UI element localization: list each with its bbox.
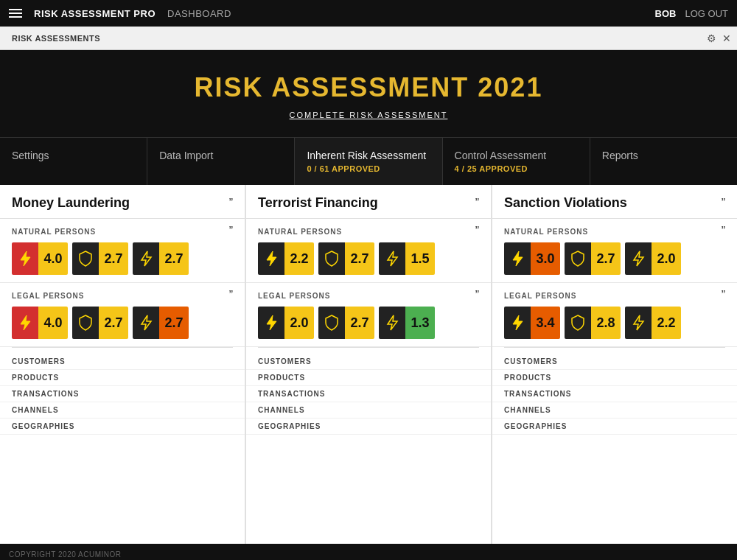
tile-value-1-0-1: 2.7 xyxy=(345,242,374,275)
score-tile-2-0-2[interactable]: 2.0 xyxy=(625,242,681,275)
score-tile-1-0-2[interactable]: 1.5 xyxy=(379,242,435,275)
tile-icon-shield-1-0-1 xyxy=(318,242,345,275)
tile-icon-shield-0-0-1 xyxy=(72,242,99,275)
tile-icon-shield-0-1-1 xyxy=(72,307,99,339)
tile-value-1-0-2: 1.5 xyxy=(405,242,435,275)
tab-inherent-risk[interactable]: Inherent Risk Assessment 0 / 61 APPROVED xyxy=(295,138,442,185)
risk-assessments-tab[interactable]: RISK ASSESSMENTS xyxy=(6,34,106,43)
tile-value-0-0-2: 2.7 xyxy=(159,242,189,275)
list-items-1: CUSTOMERSPRODUCTSTRANSACTIONSCHANNELSGEO… xyxy=(246,351,491,438)
list-item-0-2[interactable]: TRANSACTIONS xyxy=(0,386,245,402)
tab-control-assessment[interactable]: Control Assessment 4 / 25 APPROVED xyxy=(443,138,590,185)
svg-marker-3 xyxy=(142,315,151,330)
tile-icon-lightning-1-1-0 xyxy=(258,307,284,339)
risk-card-1: Terrorist Financing”NATURAL PERSONS” 2.2… xyxy=(246,185,492,544)
list-item-1-0[interactable]: CUSTOMERS xyxy=(246,354,491,370)
score-tile-2-1-1[interactable]: 2.8 xyxy=(565,307,621,339)
list-item-0-4[interactable]: GEOGRAPHIES xyxy=(0,419,245,435)
tile-icon-lightning-2-0-0 xyxy=(504,242,531,275)
list-item-0-1[interactable]: PRODUCTS xyxy=(0,370,245,386)
category-row-0-1: LEGAL PERSONS” 4.0 2.7 2.7 xyxy=(0,283,245,347)
tile-icon-lightning-outline-1-0-2 xyxy=(379,242,405,275)
score-tile-0-1-2[interactable]: 2.7 xyxy=(133,307,189,339)
score-tiles-0-1: 4.0 2.7 2.7 xyxy=(12,307,233,339)
close-icon[interactable]: ✕ xyxy=(722,32,731,44)
tile-icon-lightning-outline-2-1-2 xyxy=(625,307,652,339)
list-item-0-0[interactable]: CUSTOMERS xyxy=(0,354,245,370)
list-item-2-4[interactable]: GEOGRAPHIES xyxy=(492,419,737,435)
score-tiles-2-0: 3.0 2.7 2.0 xyxy=(504,242,725,275)
hero-title: RISK ASSESSMENT 2021 xyxy=(0,72,737,103)
list-item-2-0[interactable]: CUSTOMERS xyxy=(492,354,737,370)
score-tile-1-1-1[interactable]: 2.7 xyxy=(318,307,374,339)
tile-value-0-0-1: 2.7 xyxy=(99,242,128,275)
category-quote-1-0: ” xyxy=(475,225,479,238)
score-tiles-1-0: 2.2 2.7 1.5 xyxy=(258,242,479,275)
tile-icon-lightning-outline-0-0-2 xyxy=(133,242,159,275)
category-row-2-0: NATURAL PERSONS” 3.0 2.7 2.0 xyxy=(492,219,737,283)
score-tile-2-0-1[interactable]: 2.7 xyxy=(565,242,621,275)
category-row-0-0: NATURAL PERSONS” 4.0 2.7 2.7 xyxy=(0,219,245,283)
tile-value-2-0-2: 2.0 xyxy=(652,242,681,275)
user-name: BOB xyxy=(655,8,677,19)
logout-button[interactable]: LOG OUT xyxy=(685,8,728,19)
category-quote-0-0: ” xyxy=(229,225,233,238)
tile-value-0-0-0: 4.0 xyxy=(38,242,68,275)
list-items-0: CUSTOMERSPRODUCTSTRANSACTIONSCHANNELSGEO… xyxy=(0,351,245,438)
divider-0 xyxy=(12,347,233,348)
score-tile-0-1-0[interactable]: 4.0 xyxy=(12,307,68,339)
score-tile-1-0-0[interactable]: 2.2 xyxy=(258,242,314,275)
category-label-0-0: NATURAL PERSONS” xyxy=(12,225,233,238)
list-item-2-3[interactable]: CHANNELS xyxy=(492,402,737,419)
list-item-1-3[interactable]: CHANNELS xyxy=(246,402,491,419)
list-item-1-4[interactable]: GEOGRAPHIES xyxy=(246,419,491,435)
score-tile-1-1-2[interactable]: 1.3 xyxy=(379,307,435,339)
copyright-text: COPYRIGHT 2020 ACUMINOR xyxy=(9,550,121,559)
tab-settings[interactable]: Settings xyxy=(0,138,147,185)
dashboard-link[interactable]: DASHBOARD xyxy=(167,8,231,19)
tile-value-1-1-2: 1.3 xyxy=(405,307,435,339)
tab-data-import[interactable]: Data Import xyxy=(147,138,295,185)
score-tile-0-0-0[interactable]: 4.0 xyxy=(12,242,68,275)
score-tile-1-0-1[interactable]: 2.7 xyxy=(318,242,374,275)
tab-reports[interactable]: Reports xyxy=(590,138,737,185)
top-nav: RISK ASSESSMENT PRO DASHBOARD BOB LOG OU… xyxy=(0,0,737,27)
tile-value-0-1-1: 2.7 xyxy=(99,307,128,339)
score-tile-2-0-0[interactable]: 3.0 xyxy=(504,242,560,275)
category-label-1-1: LEGAL PERSONS” xyxy=(258,289,479,302)
list-item-2-1[interactable]: PRODUCTS xyxy=(492,370,737,386)
tile-value-1-1-0: 2.0 xyxy=(284,307,314,339)
score-tile-1-1-0[interactable]: 2.0 xyxy=(258,307,314,339)
score-tile-2-1-0[interactable]: 3.4 xyxy=(504,307,560,339)
category-row-2-1: LEGAL PERSONS” 3.4 2.8 2.2 xyxy=(492,283,737,347)
risk-card-title-2: Sanction Violations xyxy=(504,195,627,211)
risk-card-header-2: Sanction Violations” xyxy=(492,185,737,219)
tile-value-2-1-2: 2.2 xyxy=(652,307,681,339)
tile-value-2-1-1: 2.8 xyxy=(591,307,621,339)
svg-marker-11 xyxy=(634,315,643,330)
footer: COPYRIGHT 2020 ACUMINOR xyxy=(0,544,737,560)
score-tile-2-1-2[interactable]: 2.2 xyxy=(625,307,681,339)
category-label-1-0: NATURAL PERSONS” xyxy=(258,225,479,238)
svg-marker-4 xyxy=(267,251,276,266)
list-item-2-2[interactable]: TRANSACTIONS xyxy=(492,386,737,402)
category-quote-1-1: ” xyxy=(475,289,479,302)
list-item-0-3[interactable]: CHANNELS xyxy=(0,402,245,419)
tile-value-2-1-0: 3.4 xyxy=(531,307,560,339)
svg-marker-9 xyxy=(634,251,643,266)
svg-marker-0 xyxy=(21,251,30,266)
quote-icon-1: ” xyxy=(475,197,479,210)
score-tile-0-0-2[interactable]: 2.7 xyxy=(133,242,189,275)
divider-1 xyxy=(258,347,479,348)
category-row-1-0: NATURAL PERSONS” 2.2 2.7 1.5 xyxy=(246,219,491,283)
tile-icon-lightning-0-0-0 xyxy=(12,242,38,275)
score-tiles-2-1: 3.4 2.8 2.2 xyxy=(504,307,725,339)
score-tile-0-1-1[interactable]: 2.7 xyxy=(72,307,128,339)
hamburger-icon[interactable] xyxy=(9,9,22,18)
hero-subtitle[interactable]: COMPLETE RISK ASSESSMENT xyxy=(0,111,737,119)
list-item-1-1[interactable]: PRODUCTS xyxy=(246,370,491,386)
list-item-1-2[interactable]: TRANSACTIONS xyxy=(246,386,491,402)
score-tile-0-0-1[interactable]: 2.7 xyxy=(72,242,128,275)
tile-value-2-0-0: 3.0 xyxy=(531,242,560,275)
settings-icon[interactable]: ⚙ xyxy=(707,32,716,44)
